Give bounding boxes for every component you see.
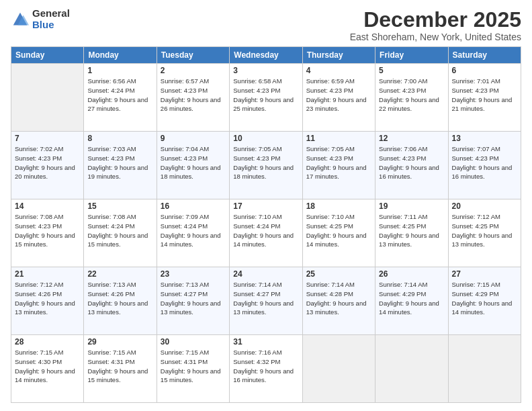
table-row: 17Sunrise: 7:10 AMSunset: 4:24 PMDayligh…	[230, 199, 302, 267]
day-info: Sunrise: 7:03 AMSunset: 4:23 PMDaylight:…	[87, 144, 152, 181]
header: General Blue December 2025 East Shoreham…	[11, 8, 521, 42]
logo-blue-label: Blue	[32, 19, 70, 31]
logo-text: General Blue	[32, 8, 70, 30]
day-info: Sunrise: 7:15 AMSunset: 4:31 PMDaylight:…	[87, 348, 152, 385]
col-wednesday: Wednesday	[230, 47, 302, 64]
table-row: 20Sunrise: 7:12 AMSunset: 4:25 PMDayligh…	[448, 199, 521, 267]
table-row: 15Sunrise: 7:08 AMSunset: 4:24 PMDayligh…	[84, 199, 157, 267]
day-number: 10	[233, 134, 298, 143]
day-info: Sunrise: 7:16 AMSunset: 4:32 PMDaylight:…	[233, 348, 298, 385]
day-info: Sunrise: 7:13 AMSunset: 4:26 PMDaylight:…	[87, 280, 152, 317]
logo: General Blue	[11, 8, 70, 30]
day-info: Sunrise: 7:11 AMSunset: 4:25 PMDaylight:…	[379, 212, 444, 249]
day-number: 11	[306, 134, 371, 143]
week-row-3: 14Sunrise: 7:08 AMSunset: 4:23 PMDayligh…	[11, 199, 521, 267]
day-info: Sunrise: 6:56 AMSunset: 4:24 PMDaylight:…	[87, 77, 152, 113]
day-number: 15	[87, 201, 152, 211]
day-info: Sunrise: 7:07 AMSunset: 4:23 PMDaylight:…	[452, 144, 517, 181]
day-info: Sunrise: 7:15 AMSunset: 4:31 PMDaylight:…	[161, 348, 226, 385]
title-block: December 2025 East Shoreham, New York, U…	[350, 8, 521, 42]
day-info: Sunrise: 7:14 AMSunset: 4:29 PMDaylight:…	[379, 280, 444, 317]
day-number: 27	[452, 269, 517, 279]
day-number: 26	[379, 269, 444, 279]
table-row: 5Sunrise: 7:00 AMSunset: 4:23 PMDaylight…	[375, 64, 448, 132]
col-saturday: Saturday	[448, 47, 521, 64]
day-number: 14	[15, 201, 80, 211]
day-number: 25	[306, 269, 371, 279]
day-info: Sunrise: 7:15 AMSunset: 4:30 PMDaylight:…	[15, 348, 80, 385]
day-number: 6	[452, 66, 517, 75]
table-row	[448, 335, 521, 403]
week-row-2: 7Sunrise: 7:02 AMSunset: 4:23 PMDaylight…	[11, 132, 521, 199]
table-row: 4Sunrise: 6:59 AMSunset: 4:23 PMDaylight…	[302, 64, 375, 132]
table-row: 13Sunrise: 7:07 AMSunset: 4:23 PMDayligh…	[448, 132, 521, 199]
table-row: 31Sunrise: 7:16 AMSunset: 4:32 PMDayligh…	[230, 335, 302, 403]
table-row: 24Sunrise: 7:14 AMSunset: 4:27 PMDayligh…	[230, 267, 302, 335]
table-row: 7Sunrise: 7:02 AMSunset: 4:23 PMDaylight…	[11, 132, 84, 199]
day-info: Sunrise: 7:08 AMSunset: 4:24 PMDaylight:…	[87, 212, 152, 249]
table-row: 26Sunrise: 7:14 AMSunset: 4:29 PMDayligh…	[375, 267, 448, 335]
day-info: Sunrise: 7:12 AMSunset: 4:26 PMDaylight:…	[15, 280, 80, 317]
calendar-title: December 2025	[350, 8, 521, 32]
table-row	[302, 335, 375, 403]
day-number: 20	[452, 201, 517, 211]
table-row: 2Sunrise: 6:57 AMSunset: 4:23 PMDaylight…	[157, 64, 229, 132]
table-row: 19Sunrise: 7:11 AMSunset: 4:25 PMDayligh…	[375, 199, 448, 267]
col-friday: Friday	[375, 47, 448, 64]
day-number: 12	[379, 134, 444, 143]
day-info: Sunrise: 7:13 AMSunset: 4:27 PMDaylight:…	[161, 280, 226, 317]
table-row: 27Sunrise: 7:15 AMSunset: 4:29 PMDayligh…	[448, 267, 521, 335]
day-number: 17	[233, 201, 298, 211]
table-row: 29Sunrise: 7:15 AMSunset: 4:31 PMDayligh…	[84, 335, 157, 403]
page: General Blue December 2025 East Shoreham…	[0, 0, 532, 411]
day-info: Sunrise: 7:14 AMSunset: 4:28 PMDaylight:…	[306, 280, 371, 317]
day-info: Sunrise: 7:10 AMSunset: 4:24 PMDaylight:…	[233, 212, 298, 249]
table-row: 18Sunrise: 7:10 AMSunset: 4:25 PMDayligh…	[302, 199, 375, 267]
calendar-table: Sunday Monday Tuesday Wednesday Thursday…	[11, 46, 521, 403]
day-number: 22	[87, 269, 152, 279]
header-row: Sunday Monday Tuesday Wednesday Thursday…	[11, 47, 521, 64]
table-row: 28Sunrise: 7:15 AMSunset: 4:30 PMDayligh…	[11, 335, 84, 403]
day-info: Sunrise: 7:09 AMSunset: 4:24 PMDaylight:…	[161, 212, 226, 249]
day-info: Sunrise: 7:06 AMSunset: 4:23 PMDaylight:…	[379, 144, 444, 181]
table-row: 11Sunrise: 7:05 AMSunset: 4:23 PMDayligh…	[302, 132, 375, 199]
day-number: 30	[161, 337, 226, 347]
week-row-5: 28Sunrise: 7:15 AMSunset: 4:30 PMDayligh…	[11, 335, 521, 403]
table-row: 16Sunrise: 7:09 AMSunset: 4:24 PMDayligh…	[157, 199, 229, 267]
table-row: 25Sunrise: 7:14 AMSunset: 4:28 PMDayligh…	[302, 267, 375, 335]
day-info: Sunrise: 7:01 AMSunset: 4:23 PMDaylight:…	[452, 77, 517, 113]
table-row	[11, 64, 84, 132]
day-number: 9	[161, 134, 226, 143]
table-row: 12Sunrise: 7:06 AMSunset: 4:23 PMDayligh…	[375, 132, 448, 199]
day-number: 28	[15, 337, 80, 347]
day-number: 8	[87, 134, 152, 143]
logo-general-label: General	[32, 8, 70, 19]
day-number: 21	[15, 269, 80, 279]
col-monday: Monday	[84, 47, 157, 64]
table-row	[375, 335, 448, 403]
calendar-subtitle: East Shoreham, New York, United States	[350, 32, 521, 42]
table-row: 1Sunrise: 6:56 AMSunset: 4:24 PMDaylight…	[84, 64, 157, 132]
table-row: 9Sunrise: 7:04 AMSunset: 4:23 PMDaylight…	[157, 132, 229, 199]
day-info: Sunrise: 7:15 AMSunset: 4:29 PMDaylight:…	[452, 280, 517, 317]
day-info: Sunrise: 6:57 AMSunset: 4:23 PMDaylight:…	[161, 77, 226, 113]
table-row: 14Sunrise: 7:08 AMSunset: 4:23 PMDayligh…	[11, 199, 84, 267]
logo-icon	[11, 10, 30, 29]
table-row: 3Sunrise: 6:58 AMSunset: 4:23 PMDaylight…	[230, 64, 302, 132]
table-row: 10Sunrise: 7:05 AMSunset: 4:23 PMDayligh…	[230, 132, 302, 199]
day-number: 4	[306, 66, 371, 75]
table-row: 6Sunrise: 7:01 AMSunset: 4:23 PMDaylight…	[448, 64, 521, 132]
day-info: Sunrise: 6:59 AMSunset: 4:23 PMDaylight:…	[306, 77, 371, 113]
day-number: 19	[379, 201, 444, 211]
day-number: 31	[233, 337, 298, 347]
day-number: 18	[306, 201, 371, 211]
day-number: 7	[15, 134, 80, 143]
week-row-4: 21Sunrise: 7:12 AMSunset: 4:26 PMDayligh…	[11, 267, 521, 335]
day-number: 2	[161, 66, 226, 75]
week-row-1: 1Sunrise: 6:56 AMSunset: 4:24 PMDaylight…	[11, 64, 521, 132]
table-row: 21Sunrise: 7:12 AMSunset: 4:26 PMDayligh…	[11, 267, 84, 335]
day-number: 23	[161, 269, 226, 279]
day-number: 1	[87, 66, 152, 75]
table-row: 30Sunrise: 7:15 AMSunset: 4:31 PMDayligh…	[157, 335, 229, 403]
day-number: 29	[87, 337, 152, 347]
